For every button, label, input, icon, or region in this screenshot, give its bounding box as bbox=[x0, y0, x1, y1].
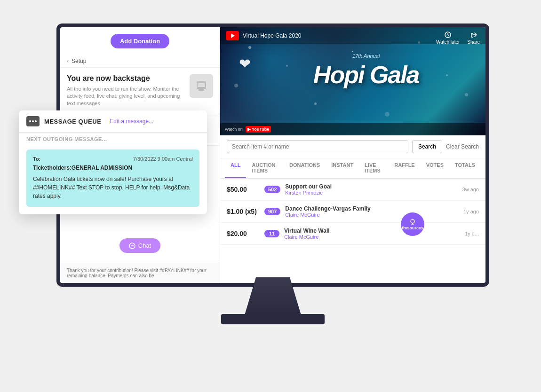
item-info: Dance Challenge-Vargas Family Claire McG… bbox=[285, 205, 459, 218]
notification-footer: Thank you for your contribution! Please … bbox=[60, 263, 220, 283]
add-donation-button[interactable]: Add Donation bbox=[111, 34, 169, 48]
watch-later-action[interactable]: Watch later bbox=[436, 31, 460, 45]
mq-dot-3 bbox=[35, 120, 37, 122]
mq-message: To: 7/30/2022 9:00am Central Ticketholde… bbox=[26, 149, 199, 207]
bokeh-dot bbox=[385, 112, 390, 117]
youtube-label: ▶ YouTube bbox=[246, 126, 271, 133]
item-time: 1y ago bbox=[463, 209, 479, 214]
gala-heart-icon: ❤ bbox=[239, 55, 251, 72]
item-time: 3w ago bbox=[462, 187, 479, 192]
table-row: $1.00 (x5) 907 Dance Challenge-Vargas Fa… bbox=[220, 201, 485, 223]
tab-auction-items[interactable]: AUCTION ITEMS bbox=[246, 158, 284, 178]
mq-title: MESSAGE QUEUE bbox=[44, 118, 101, 125]
footer-text: Thank you for your contribution! Please … bbox=[67, 268, 206, 278]
share-label: Share bbox=[467, 39, 480, 45]
bokeh-dot bbox=[314, 102, 317, 105]
table-row: $20.00 11 Virtual Wine Wall Claire McGui… bbox=[220, 223, 485, 245]
mq-header: MESSAGE QUEUE Edit a message... bbox=[19, 110, 207, 133]
backstage-title: You are now backstage bbox=[67, 74, 185, 83]
search-input[interactable] bbox=[227, 140, 408, 153]
svg-rect-2 bbox=[198, 83, 205, 87]
mq-edit-link[interactable]: Edit a message... bbox=[110, 118, 153, 125]
monitor-base bbox=[221, 314, 325, 324]
resources-label: Resources bbox=[402, 226, 423, 231]
item-name: Support our Goal bbox=[285, 183, 457, 190]
right-panel: Virtual Hope Gala 2020 Watch later bbox=[220, 27, 485, 283]
mq-next-label: NEXT OUTGOING MESSAGE... bbox=[19, 133, 207, 146]
item-price: $20.00 bbox=[227, 230, 260, 237]
resources-lightbulb-icon bbox=[409, 218, 416, 226]
item-price: $50.00 bbox=[227, 186, 260, 193]
tab-instant[interactable]: INSTANT bbox=[326, 158, 359, 178]
backstage-desc: All the info you need to run the show. M… bbox=[67, 86, 185, 107]
video-title: Virtual Hope Gala 2020 bbox=[243, 32, 302, 39]
message-queue-popup: MESSAGE QUEUE Edit a message... NEXT OUT… bbox=[19, 110, 207, 214]
tab-live-items[interactable]: LIVE ITEMS bbox=[359, 158, 389, 178]
youtube-logo-icon bbox=[226, 31, 239, 40]
bokeh-dot bbox=[234, 84, 238, 87]
gala-annual: 17th Annual bbox=[352, 53, 380, 59]
youtube-play-icon bbox=[231, 33, 235, 38]
video-thumbnail: Virtual Hope Gala 2020 Watch later bbox=[220, 27, 485, 135]
bokeh-dot bbox=[248, 46, 251, 49]
share-action[interactable]: Share bbox=[467, 31, 480, 45]
mq-datetime: 7/30/2022 9:00am Central bbox=[133, 156, 193, 162]
resources-button[interactable]: Resources bbox=[401, 212, 424, 236]
bokeh-dot bbox=[286, 65, 288, 67]
backstage-section: You are now backstage All the info you n… bbox=[60, 68, 220, 114]
item-price: $1.00 (x5) bbox=[227, 208, 260, 215]
search-bar: Search Clear Search bbox=[220, 135, 485, 158]
item-person: Claire McGuire bbox=[285, 212, 459, 218]
back-arrow-icon: ‹ bbox=[67, 58, 69, 64]
tab-votes[interactable]: VOTES bbox=[421, 158, 449, 178]
mq-dot-1 bbox=[29, 120, 31, 122]
mq-dot-2 bbox=[32, 120, 34, 122]
mq-body: Celebration Gala tickets now on sale! Pu… bbox=[33, 175, 193, 200]
tab-raffle[interactable]: RAFFLE bbox=[389, 158, 420, 178]
gala-text: 17th Annual bbox=[352, 53, 380, 59]
mq-icon bbox=[26, 116, 40, 126]
item-time: 1y d... bbox=[465, 231, 479, 236]
chat-button[interactable]: Chat bbox=[119, 238, 160, 253]
mq-to-label: To: bbox=[33, 156, 40, 162]
search-button[interactable]: Search bbox=[412, 140, 442, 153]
item-person: Claire McGuire bbox=[284, 234, 460, 240]
clear-search-button[interactable]: Clear Search bbox=[446, 143, 479, 150]
item-person: Kirsten Primozic bbox=[285, 190, 457, 196]
item-info: Support our Goal Kirsten Primozic bbox=[285, 183, 457, 196]
video-bottom-bar: Watch on ▶ YouTube bbox=[220, 123, 485, 135]
svg-rect-1 bbox=[199, 89, 204, 91]
item-badge: 502 bbox=[264, 186, 280, 193]
bokeh-dot bbox=[352, 51, 353, 52]
tab-all[interactable]: ALL bbox=[225, 158, 246, 178]
tab-donations[interactable]: DONATIONS bbox=[284, 158, 326, 178]
table-row: $50.00 502 Support our Goal Kirsten Prim… bbox=[220, 179, 485, 201]
item-name: Dance Challenge-Vargas Family bbox=[285, 205, 459, 212]
item-info: Virtual Wine Wall Claire McGuire bbox=[284, 227, 460, 240]
item-name: Virtual Wine Wall bbox=[284, 227, 460, 234]
gala-name: Hopi Gala bbox=[313, 63, 419, 87]
mq-recipient: Ticketholders:GENERAL ADMISSION bbox=[33, 165, 193, 171]
chat-btn-label: Chat bbox=[138, 242, 151, 249]
scene: Add Donation ‹ Setup You are now backsta… bbox=[0, 0, 541, 392]
backstage-icon bbox=[190, 74, 213, 98]
mq-to-line: To: 7/30/2022 9:00am Central bbox=[33, 156, 193, 162]
setup-label: Setup bbox=[72, 58, 86, 64]
watch-on-label: Watch on bbox=[225, 127, 243, 132]
bokeh-dot bbox=[465, 93, 468, 96]
bokeh-dot bbox=[446, 74, 448, 76]
watch-later-label: Watch later bbox=[436, 39, 460, 45]
video-actions: Watch later Share bbox=[436, 31, 480, 45]
setup-nav: ‹ Setup bbox=[60, 55, 220, 68]
item-badge: 907 bbox=[264, 208, 280, 215]
tab-totals[interactable]: TOTALS bbox=[449, 158, 481, 178]
tabs-row: ALL AUCTION ITEMS DONATIONS INSTANT LIVE… bbox=[220, 158, 485, 179]
items-list: $50.00 502 Support our Goal Kirsten Prim… bbox=[220, 179, 485, 283]
svg-point-6 bbox=[411, 220, 414, 223]
item-badge: 11 bbox=[264, 230, 279, 237]
